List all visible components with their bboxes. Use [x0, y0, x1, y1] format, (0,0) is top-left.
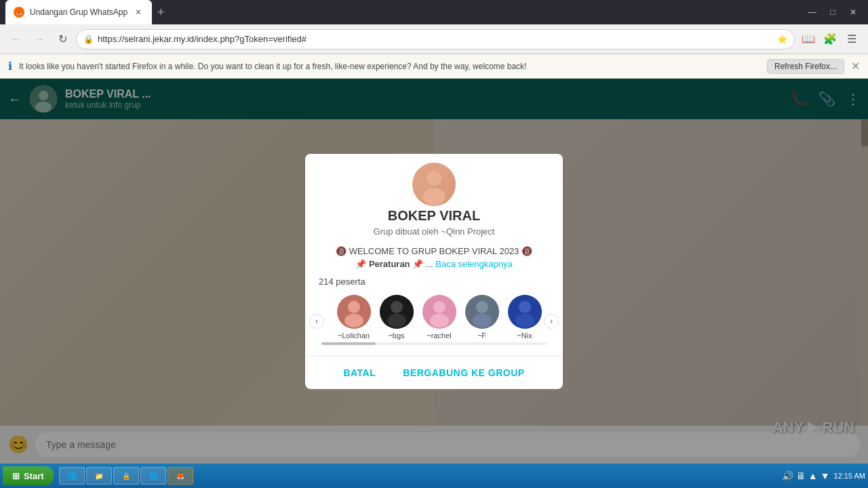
taskbar: ⊞ Start 🌐 📁 🔒 🌐 🦊 🔊 🖥 ▲ ▼ 12:15 AM — [0, 464, 868, 488]
join-button[interactable]: BERGABUNG KE GROUP — [403, 367, 524, 378]
modal-actions: BATAL BERGABUNG KE GROUP — [305, 356, 563, 389]
notification-bar: ℹ It looks like you haven't started Fire… — [0, 54, 868, 79]
info-icon: ℹ — [8, 60, 12, 73]
firefox-icon: 🦊 — [175, 470, 186, 481]
minimize-button[interactable]: — — [803, 3, 822, 22]
member-item: ~Lolichan — [335, 295, 372, 340]
tab-title: Undangan Grup WhatsApp — [30, 7, 127, 17]
modal-created-by: Grup dibuat oleh ~Qinn Project — [319, 226, 549, 237]
new-tab-button[interactable]: + — [152, 0, 170, 24]
member-item: ~F — [463, 295, 500, 340]
taskbar-app-ie[interactable]: 🌐 — [59, 467, 85, 485]
forward-button[interactable]: → — [30, 30, 49, 49]
nav-right-buttons: 📖 🧩 ☰ — [799, 30, 861, 49]
scroll-right-button[interactable]: › — [544, 314, 559, 329]
svg-point-4 — [427, 170, 441, 185]
svg-point-20 — [515, 314, 534, 327]
svg-point-7 — [348, 301, 360, 313]
read-more-link[interactable]: Baca selengkapnya — [435, 259, 512, 269]
svg-point-19 — [519, 301, 531, 313]
upload-icon: ▲ — [808, 470, 818, 481]
avatars-wrapper: ~Lolichan ~bgs — [305, 295, 563, 340]
scroll-track — [321, 342, 547, 345]
member-name-1: ~Lolichan — [338, 331, 370, 340]
avatars-row: ~Lolichan ~bgs — [321, 295, 547, 340]
bookmark-icon: ⭐ — [777, 35, 787, 44]
member-item: ~Nix — [506, 295, 543, 340]
start-label: Start — [24, 471, 44, 481]
taskbar-app-firefox[interactable]: 🦊 — [167, 467, 193, 485]
svg-point-14 — [430, 314, 449, 327]
group-invite-modal: BOKEP VIRAL Grup dibuat oleh ~Qinn Proje… — [305, 154, 563, 389]
taskbar-app-lock[interactable]: 🔒 — [113, 467, 139, 485]
window-controls: — □ ✕ — [803, 3, 863, 22]
url-input[interactable] — [98, 34, 773, 44]
back-button[interactable]: ← — [7, 30, 26, 49]
modal-group-avatar — [410, 161, 458, 208]
scroll-left-button[interactable]: ‹ — [309, 314, 324, 329]
titlebar: 🦊 Undangan Grup WhatsApp ✕ + — □ ✕ — [0, 0, 868, 24]
whatsapp-container: ← BOKEP VIRAL ... ketuk untuk info grup … — [0, 79, 868, 464]
navigation-bar: ← → ↻ 🔒 ⭐ 📖 🧩 ☰ — [0, 24, 868, 54]
active-tab[interactable]: 🦊 Undangan Grup WhatsApp ✕ — [5, 0, 152, 24]
svg-point-10 — [391, 301, 403, 313]
taskbar-apps: 🌐 📁 🔒 🌐 🦊 — [59, 467, 782, 485]
system-tray-icons: 🔊 🖥 ▲ ▼ — [782, 470, 830, 481]
system-clock: 12:15 AM — [834, 471, 865, 481]
folder-icon: 📁 — [94, 470, 104, 481]
svg-point-5 — [423, 188, 446, 205]
member-avatar-2 — [380, 295, 414, 329]
member-avatar-5 — [508, 295, 542, 329]
modal-description: 🔞 WELCOME TO GRUP BOKEP VIRAL 2023 🔞📌 Pe… — [319, 245, 549, 271]
reload-button[interactable]: ↻ — [53, 30, 72, 49]
menu-button[interactable]: ☰ — [842, 30, 861, 49]
member-item: ~bgs — [378, 295, 415, 340]
lock-icon: 🔒 — [121, 470, 132, 481]
monitor-icon: 🖥 — [796, 470, 806, 481]
chrome-icon: 🌐 — [148, 470, 159, 481]
address-bar[interactable]: 🔒 ⭐ — [76, 29, 795, 49]
lock-icon: 🔒 — [83, 35, 94, 44]
notification-text: It looks like you haven't started Firefo… — [19, 62, 760, 71]
member-avatar-4 — [465, 295, 499, 329]
sound-icon: 🔊 — [782, 470, 793, 481]
reading-view-button[interactable]: 📖 — [799, 30, 818, 49]
member-avatar-1 — [337, 295, 371, 329]
avatars-scroll-area: ~Lolichan ~bgs — [305, 292, 563, 350]
svg-point-11 — [387, 314, 406, 327]
member-name-3: ~rachel — [427, 331, 451, 340]
member-name-4: ~F — [477, 331, 486, 340]
member-avatar-3 — [422, 295, 456, 329]
start-button[interactable]: ⊞ Start — [3, 466, 54, 485]
tab-bar: 🦊 Undangan Grup WhatsApp ✕ + — [5, 0, 800, 24]
svg-point-16 — [476, 301, 488, 313]
modal-content: BOKEP VIRAL Grup dibuat oleh ~Qinn Proje… — [305, 208, 563, 271]
refresh-firefox-button[interactable]: Refresh Firefox... — [767, 59, 844, 74]
member-name-5: ~Nix — [517, 331, 532, 340]
modal-overlay: BOKEP VIRAL Grup dibuat oleh ~Qinn Proje… — [0, 79, 868, 464]
taskbar-right: 🔊 🖥 ▲ ▼ 12:15 AM — [782, 470, 865, 481]
cancel-button[interactable]: BATAL — [343, 367, 376, 378]
ie-icon: 🌐 — [66, 470, 77, 481]
extensions-button[interactable]: 🧩 — [821, 30, 840, 49]
scroll-thumb — [321, 342, 376, 345]
tab-favicon: 🦊 — [14, 7, 24, 18]
tab-close-button[interactable]: ✕ — [133, 7, 144, 18]
taskbar-app-chrome[interactable]: 🌐 — [140, 467, 166, 485]
participants-label: 214 peserta — [305, 277, 563, 287]
notification-close-button[interactable]: ✕ — [851, 60, 860, 73]
member-name-2: ~bgs — [388, 331, 404, 340]
modal-group-name: BOKEP VIRAL — [319, 208, 549, 224]
svg-point-13 — [433, 301, 446, 313]
svg-point-17 — [473, 314, 492, 327]
close-button[interactable]: ✕ — [844, 3, 863, 22]
svg-point-8 — [344, 314, 363, 327]
maximize-button[interactable]: □ — [823, 3, 842, 22]
clock-time: 12:15 AM — [834, 471, 865, 481]
taskbar-app-folder[interactable]: 📁 — [86, 467, 112, 485]
start-icon: ⊞ — [12, 471, 20, 481]
member-item: ~rachel — [420, 295, 458, 340]
download-icon: ▼ — [821, 470, 830, 481]
modal-avatar-area — [305, 161, 563, 208]
